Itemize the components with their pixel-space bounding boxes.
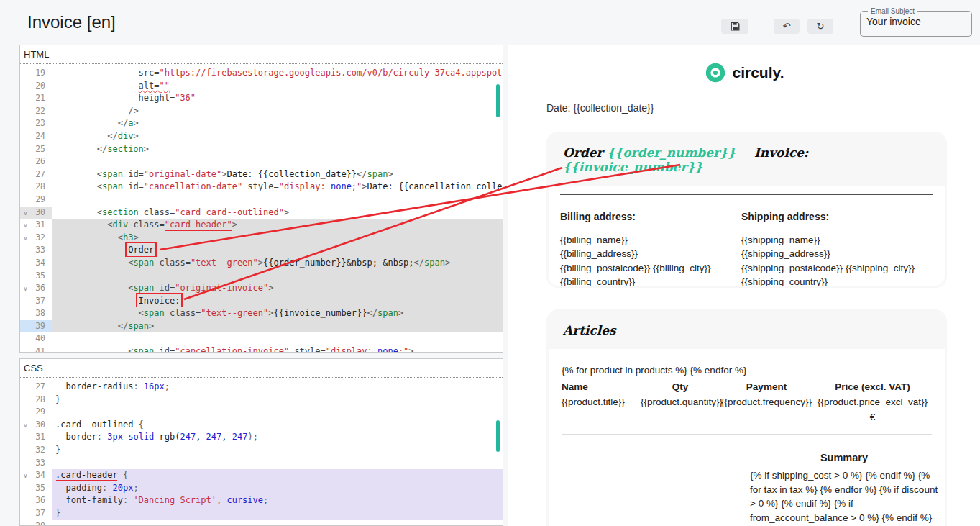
save-icon: [731, 22, 740, 31]
code-line[interactable]: 20 alt="": [20, 80, 503, 93]
invoice-label: Invoice:: [754, 145, 808, 160]
scrollbar-thumb[interactable]: [496, 84, 500, 117]
line-number: 26: [20, 155, 52, 168]
billing-address-block: Billing address: {{billing_name}} {{bill…: [560, 211, 741, 288]
email-subject-fieldset: Email Subject: [860, 7, 972, 37]
code-line[interactable]: 25 </section>: [20, 143, 503, 156]
shipping-line: {{shipping_name}}: [741, 233, 933, 247]
code-line[interactable]: 36 font-family: 'Dancing Script', cursiv…: [20, 494, 503, 507]
line-number: 37: [20, 295, 52, 308]
code-line[interactable]: ∨30 <section class="card card--outlined"…: [20, 207, 503, 219]
code-line[interactable]: 32}: [20, 444, 503, 457]
css-panel-label: CSS: [20, 359, 503, 378]
code-line[interactable]: 38 <span class="text--green">{{invoice_n…: [20, 307, 503, 320]
order-number: {{order_number}}: [607, 145, 736, 160]
billing-line: {{billing_address}}: [560, 247, 741, 260]
red-annotation: .card-header: [55, 470, 118, 480]
email-subject-label: Email Subject: [868, 7, 917, 15]
redo-icon: ↻: [817, 22, 825, 31]
cell-frequency: {{product.frequency}}: [720, 396, 813, 407]
code-line[interactable]: 22 />: [20, 105, 503, 118]
code-line[interactable]: 28}: [20, 394, 503, 407]
currency-row: €: [549, 412, 945, 422]
line-number: 41: [20, 345, 52, 352]
line-number: 39: [20, 320, 52, 333]
code-line[interactable]: ∨36 <span id="original-invoice">: [20, 282, 503, 295]
shipping-line: {{shipping_postalcode}} {{shipping_city}…: [741, 261, 933, 275]
code-line[interactable]: ∨34.card-header {: [20, 469, 503, 482]
code-line[interactable]: 33: [20, 457, 503, 470]
code-line[interactable]: 37 Invoice:: [20, 295, 503, 308]
address-columns: Billing address: {{billing_name}} {{bill…: [549, 195, 945, 288]
code-line[interactable]: 38: [20, 520, 503, 525]
css-editor-panel: CSS 27 border-radius: 16px;28}29∨30.card…: [19, 358, 503, 526]
line-number: 19: [20, 67, 52, 80]
chevron-down-icon[interactable]: ∨: [24, 283, 27, 296]
code-line[interactable]: 26: [20, 155, 503, 168]
html-code[interactable]: 19 src="https://firebasestorage.googleap…: [20, 64, 503, 352]
shipping-line: {{shipping_country}}: [741, 275, 933, 288]
chevron-down-icon[interactable]: ∨: [24, 219, 27, 232]
line-number: 24: [20, 130, 52, 143]
redo-button[interactable]: ↻: [807, 19, 833, 34]
code-line[interactable]: 41 <span id="cancellation-invoice" style…: [20, 345, 503, 352]
brand-name: circuly.: [733, 64, 784, 81]
code-line[interactable]: 35: [20, 270, 503, 283]
code-line[interactable]: 31 border: 3px solid rgb(247, 247, 247);: [20, 431, 503, 444]
line-number: 35: [20, 270, 52, 283]
code-line[interactable]: 27 <span id="original-date">Date: {{coll…: [20, 168, 503, 181]
line-number: ∨34: [20, 469, 52, 482]
articles-table-header: Name Qty Payment Price (excl. VAT): [549, 381, 945, 392]
code-line[interactable]: 40: [20, 332, 503, 345]
css-code[interactable]: 27 border-radius: 16px;28}29∨30.card--ou…: [20, 378, 503, 525]
save-button[interactable]: [721, 19, 748, 34]
line-number: 38: [20, 307, 52, 320]
red-annotation: Invoice:: [139, 296, 180, 306]
red-annotation: "card-header": [165, 219, 232, 230]
html-editor-panel: HTML 19 src="https://firebasestorage.goo…: [19, 45, 503, 353]
code-line[interactable]: 33 Order: [20, 244, 503, 257]
code-line[interactable]: ∨31 <div class="card-header">: [20, 219, 503, 232]
code-line[interactable]: 19 src="https://firebasestorage.googleap…: [20, 67, 503, 80]
html-panel-label: HTML: [20, 45, 503, 64]
product-loop-line: {% for product in products %} {% endfor …: [549, 349, 945, 376]
code-line[interactable]: 29: [20, 194, 503, 207]
line-number: 21: [20, 92, 52, 105]
order-card-header: Order {{order_number}}Invoice: {{invoice…: [549, 134, 945, 186]
articles-card-header: Articles: [549, 312, 945, 349]
code-line[interactable]: 23 </a>: [20, 117, 503, 130]
chevron-down-icon[interactable]: ∨: [24, 232, 27, 245]
billing-line: {{billing_country}}: [560, 275, 741, 288]
email-preview-panel: circuly. Date: {{collection_date}} Order…: [508, 45, 980, 526]
line-number: 33: [20, 244, 52, 257]
invoice-number: {{invoice_number}}: [563, 160, 702, 174]
line-number: ∨30: [20, 419, 52, 432]
line-number: 27: [20, 168, 52, 181]
code-line[interactable]: 37}: [20, 507, 503, 520]
scrollbar-thumb[interactable]: [496, 420, 500, 452]
code-line[interactable]: 39 </span>: [20, 320, 503, 333]
code-line[interactable]: 29: [20, 406, 503, 419]
line-number: 35: [20, 482, 52, 495]
line-number: 28: [20, 181, 52, 194]
code-line[interactable]: 21 height="36": [20, 92, 503, 105]
code-line[interactable]: 24 </div>: [20, 130, 503, 143]
line-number: 29: [20, 406, 52, 419]
email-subject-input[interactable]: [866, 16, 964, 27]
code-line[interactable]: 35 padding: 20px;: [20, 482, 503, 495]
code-line[interactable]: 27 border-radius: 16px;: [20, 381, 503, 394]
code-line[interactable]: ∨32 <h3>: [20, 232, 503, 245]
circuly-logo-icon: [705, 62, 726, 83]
line-number: 37: [20, 507, 52, 520]
chevron-down-icon[interactable]: ∨: [24, 470, 27, 483]
collection-date-line: Date: {{collection_date}}: [546, 102, 654, 114]
code-line[interactable]: 34 <span class="text--green">{{order_num…: [20, 257, 503, 270]
code-line[interactable]: ∨30.card--outlined {: [20, 419, 503, 432]
chevron-down-icon[interactable]: ∨: [24, 420, 27, 432]
undo-button[interactable]: ↶: [774, 19, 800, 34]
code-line[interactable]: 28 <span id="cancellation-date" style="d…: [20, 181, 503, 194]
shipping-title: Shipping address:: [741, 211, 933, 222]
chevron-down-icon[interactable]: ∨: [24, 207, 27, 220]
articles-card: Articles {% for product in products %} {…: [546, 309, 947, 526]
line-number: 22: [20, 105, 52, 118]
